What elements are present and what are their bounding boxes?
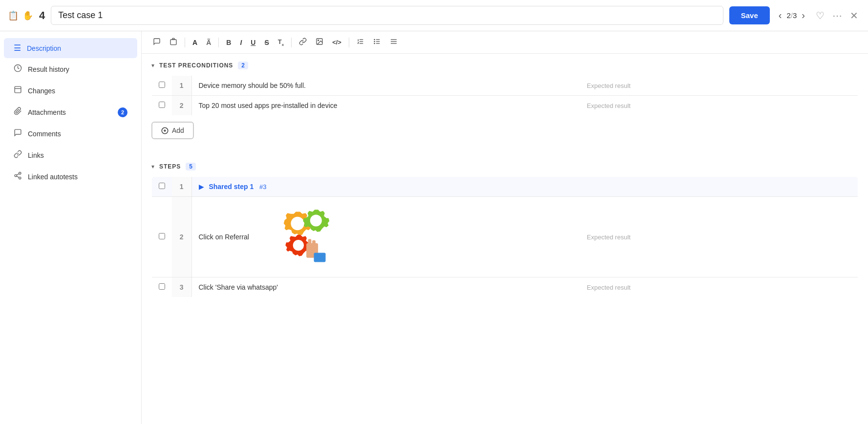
save-button[interactable]: Save bbox=[729, 6, 770, 24]
row-number: 1 bbox=[172, 177, 191, 197]
row-number: 1 bbox=[172, 76, 191, 96]
expected-result[interactable]: Expected result bbox=[580, 76, 858, 96]
svg-point-20 bbox=[374, 41, 375, 42]
ordered-list-btn[interactable] bbox=[353, 35, 368, 49]
svg-point-29 bbox=[310, 215, 322, 227]
sidebar-item-linked-autotests[interactable]: Linked autotests bbox=[4, 167, 137, 187]
preconditions-header: ▾ TEST PRECONDITIONS 2 bbox=[151, 62, 858, 69]
toolbar-divider-4 bbox=[349, 38, 349, 47]
step-content[interactable]: Click on Referral bbox=[191, 197, 580, 277]
shared-step-content[interactable]: ▶ Shared step 1 #3 bbox=[191, 177, 858, 197]
clear-format-btn[interactable]: Tx bbox=[275, 35, 287, 49]
svg-line-8 bbox=[17, 174, 19, 175]
precondition-content[interactable]: Device memory should be 50% full. bbox=[191, 76, 580, 96]
clipboard-icon: 📋 bbox=[8, 10, 19, 21]
shared-step-hash: #3 bbox=[259, 183, 266, 191]
links-icon bbox=[14, 150, 22, 161]
step-content[interactable]: Click 'Share via whatsapp' bbox=[191, 277, 580, 297]
svg-point-21 bbox=[374, 43, 375, 43]
preconditions-collapse-btn[interactable]: ▾ bbox=[151, 62, 154, 69]
test-case-number: 4 bbox=[39, 9, 45, 22]
strikethrough-btn[interactable]: S bbox=[261, 36, 272, 49]
preconditions-title: TEST PRECONDITIONS bbox=[159, 62, 233, 69]
add-button-label: Add bbox=[172, 127, 184, 134]
indent-btn[interactable] bbox=[386, 35, 401, 49]
svg-point-6 bbox=[19, 177, 21, 179]
preconditions-add-button[interactable]: Add bbox=[151, 122, 194, 139]
sidebar-item-result-history[interactable]: Result history bbox=[4, 59, 137, 80]
expand-icon[interactable]: ▶ bbox=[199, 183, 204, 191]
sidebar-item-changes[interactable]: Changes bbox=[4, 81, 137, 101]
row-checkbox[interactable] bbox=[152, 197, 172, 277]
svg-rect-2 bbox=[15, 86, 21, 93]
expected-result[interactable]: Expected result bbox=[580, 96, 858, 116]
toolbar-divider-1 bbox=[185, 38, 185, 47]
link-btn[interactable] bbox=[296, 35, 310, 49]
table-row: 1 ▶ Shared step 1 #3 bbox=[152, 177, 858, 197]
row-checkbox-input[interactable] bbox=[159, 283, 165, 290]
changes-icon bbox=[14, 85, 22, 96]
row-checkbox-input[interactable] bbox=[159, 183, 165, 189]
svg-point-4 bbox=[19, 172, 21, 174]
close-icon[interactable]: ✕ bbox=[848, 8, 860, 23]
description-icon: ☰ bbox=[14, 43, 21, 53]
expected-result[interactable]: Expected result bbox=[580, 197, 858, 277]
expected-result[interactable]: Expected result bbox=[580, 277, 858, 297]
image-btn[interactable] bbox=[312, 35, 327, 49]
steps-section: ▾ STEPS 5 1 ▶ Shared step 1 #3 bbox=[142, 155, 868, 305]
table-row: 3 Click 'Share via whatsapp' Expected re… bbox=[152, 277, 858, 297]
result-history-icon bbox=[14, 64, 22, 75]
sidebar-item-attachments[interactable]: Attachments 2 bbox=[4, 102, 137, 123]
svg-point-19 bbox=[374, 39, 375, 40]
sidebar-item-label: Links bbox=[28, 151, 44, 159]
row-number: 2 bbox=[172, 197, 191, 277]
app-container: 📋 ✋ 4 Save ‹ 2/3 › ♡ ⋯ ✕ ☰ Description bbox=[0, 0, 868, 424]
row-checkbox-input[interactable] bbox=[159, 102, 165, 108]
row-checkbox-input[interactable] bbox=[159, 82, 165, 88]
comments-icon bbox=[14, 128, 22, 139]
underline-btn[interactable]: U bbox=[247, 36, 259, 49]
bold-btn[interactable]: B bbox=[223, 36, 234, 49]
editor-toolbar: A Ã B I U S Tx </> bbox=[142, 31, 868, 54]
font-highlight-btn[interactable]: Ã bbox=[203, 36, 214, 49]
header-actions: ♡ ⋯ ✕ bbox=[814, 8, 860, 23]
code-btn[interactable]: </> bbox=[329, 36, 345, 48]
next-button[interactable]: › bbox=[799, 8, 808, 23]
sidebar-item-label: Attachments bbox=[28, 108, 66, 116]
preconditions-table: 1 Device memory should be 50% full. Expe… bbox=[151, 75, 858, 116]
sidebar-item-comments[interactable]: Comments bbox=[4, 124, 137, 144]
row-number: 3 bbox=[172, 277, 191, 297]
table-row: 2 Top 20 most used apps pre-installed in… bbox=[152, 96, 858, 116]
row-checkbox[interactable] bbox=[152, 277, 172, 297]
svg-rect-10 bbox=[170, 40, 176, 45]
prev-button[interactable]: ‹ bbox=[776, 8, 785, 23]
comment-toolbar-btn[interactable] bbox=[149, 35, 164, 49]
table-row: 2 Click on Referral bbox=[152, 197, 858, 277]
sidebar-item-label: Result history bbox=[28, 65, 69, 73]
favorite-icon[interactable]: ♡ bbox=[814, 8, 826, 23]
row-checkbox[interactable] bbox=[152, 96, 172, 116]
precondition-content[interactable]: Top 20 most used apps pre-installed in d… bbox=[191, 96, 580, 116]
row-checkbox[interactable] bbox=[152, 76, 172, 96]
preconditions-section: ▾ TEST PRECONDITIONS 2 1 Device memory s… bbox=[142, 54, 868, 155]
test-case-title-input[interactable] bbox=[51, 6, 723, 25]
unordered-list-btn[interactable] bbox=[370, 35, 384, 49]
steps-collapse-btn[interactable]: ▾ bbox=[151, 163, 154, 170]
more-icon[interactable]: ⋯ bbox=[830, 8, 844, 23]
drag-icon: ✋ bbox=[22, 10, 33, 21]
sidebar-item-links[interactable]: Links bbox=[4, 145, 137, 166]
svg-rect-34 bbox=[314, 253, 326, 262]
row-checkbox-input[interactable] bbox=[159, 233, 165, 239]
italic-btn[interactable]: I bbox=[236, 36, 245, 49]
clipboard-toolbar-btn[interactable] bbox=[166, 35, 181, 49]
steps-title: STEPS bbox=[159, 163, 181, 170]
sidebar-item-description[interactable]: ☰ Description bbox=[4, 38, 137, 58]
row-checkbox[interactable] bbox=[152, 177, 172, 197]
attachments-badge: 2 bbox=[118, 107, 127, 117]
font-color-btn[interactable]: A bbox=[189, 36, 201, 49]
steps-table: 1 ▶ Shared step 1 #3 2 Click o bbox=[151, 176, 858, 297]
step-text: Click on Referral bbox=[199, 233, 249, 241]
svg-line-7 bbox=[17, 176, 19, 178]
linked-autotests-icon bbox=[14, 171, 22, 182]
header-icons: 📋 ✋ bbox=[8, 10, 33, 21]
